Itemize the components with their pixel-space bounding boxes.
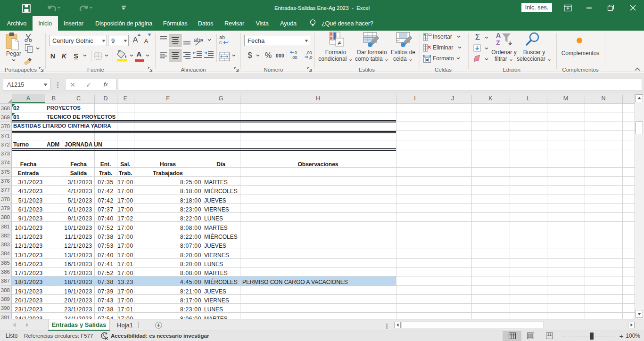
svg-text:c: c	[219, 40, 222, 45]
svg-text:0: 0	[295, 50, 297, 55]
svg-text:≠: ≠	[338, 39, 341, 46]
svg-text:,00: ,00	[291, 55, 297, 60]
svg-text:Z: Z	[496, 39, 500, 47]
svg-text:A: A	[496, 32, 501, 39]
